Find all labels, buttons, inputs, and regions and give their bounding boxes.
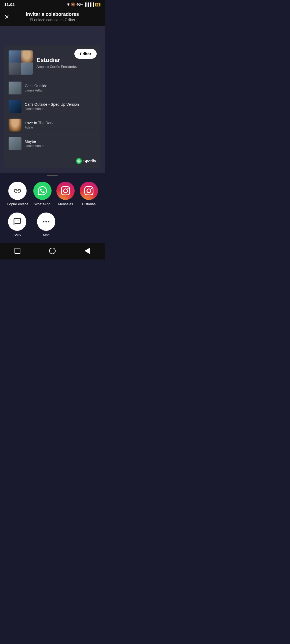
song-title: Car's Outside - Sped Up Version bbox=[25, 102, 96, 107]
copy-link-label: Copiar enlace bbox=[7, 202, 28, 206]
song-artist: James Arthur bbox=[25, 107, 96, 111]
share-item-mas[interactable]: Más bbox=[37, 213, 55, 237]
song-item: Car's Outside - Sped Up Version James Ar… bbox=[8, 97, 97, 116]
mas-label: Más bbox=[43, 233, 50, 237]
drag-handle bbox=[47, 175, 58, 176]
song-thumbnail bbox=[9, 119, 21, 131]
svg-point-4 bbox=[45, 221, 47, 222]
share-item-historias[interactable]: Historias bbox=[80, 182, 98, 206]
whatsapp-label: WhatsApp bbox=[34, 202, 50, 206]
battery-indicator: 83 bbox=[95, 3, 100, 6]
collage-cell-4 bbox=[21, 63, 33, 75]
svg-rect-1 bbox=[17, 221, 18, 221]
sms-icon-circle bbox=[8, 213, 26, 231]
header-title: Invitar a colaboradores bbox=[5, 12, 99, 17]
header-subtitle: El enlace caduca en 7 días bbox=[5, 18, 99, 22]
network-label: 4G+ bbox=[76, 2, 83, 6]
song-thumbnail bbox=[9, 100, 21, 113]
historias-icon-circle bbox=[80, 182, 98, 200]
song-title: Maybe bbox=[25, 139, 96, 144]
main-content: Editar Estudiar Amparo Cortés Fernández … bbox=[0, 26, 105, 173]
song-artist: Adele bbox=[25, 126, 96, 129]
close-button[interactable]: ✕ bbox=[4, 14, 9, 21]
song-details: Maybe James Arthur bbox=[25, 139, 96, 148]
nav-home-button[interactable] bbox=[48, 247, 57, 255]
song-details: Car's Outside - Sped Up Version James Ar… bbox=[25, 102, 96, 111]
share-item-mensajes[interactable]: Mensajes bbox=[56, 182, 75, 206]
song-item: Love In The Dark Adele bbox=[8, 116, 97, 134]
svg-point-3 bbox=[43, 221, 44, 222]
mute-icon: 🔕 bbox=[71, 2, 75, 6]
collage-cell-3 bbox=[9, 63, 21, 75]
song-item: Car's Outside James Arthur bbox=[8, 79, 97, 97]
status-time: 11:02 bbox=[4, 2, 15, 7]
status-bar: 11:02 ✱ 🔕 4G+ ▐▐▐▐ 83 bbox=[0, 0, 105, 8]
signal-icon: ▐▐▐▐ bbox=[84, 2, 94, 6]
svg-rect-0 bbox=[15, 221, 16, 221]
share-sheet: Copiar enlace WhatsApp Mensajes bbox=[0, 173, 105, 243]
nav-square-icon bbox=[15, 248, 20, 254]
playlist-owner: Amparo Cortés Fernández bbox=[37, 65, 96, 69]
spotify-icon bbox=[76, 158, 82, 164]
song-list: Car's Outside James Arthur Car's Outside… bbox=[4, 79, 100, 156]
share-item-sms[interactable]: SMS bbox=[8, 213, 26, 237]
spotify-logo-area: Spotify bbox=[4, 156, 100, 168]
share-item-whatsapp[interactable]: WhatsApp bbox=[33, 182, 52, 206]
historias-label: Historias bbox=[82, 202, 96, 206]
collage-cell-1 bbox=[9, 50, 21, 63]
song-item: Maybe James Arthur bbox=[8, 134, 97, 153]
collage-cell-2 bbox=[21, 50, 33, 63]
song-artist: James Arthur bbox=[25, 89, 96, 92]
song-artist: James Arthur bbox=[25, 144, 96, 148]
song-title: Love In The Dark bbox=[25, 121, 96, 125]
invite-header: ✕ Invitar a colaboradores El enlace cadu… bbox=[0, 8, 105, 26]
more-icon-circle bbox=[37, 213, 55, 231]
spotify-card: Editar Estudiar Amparo Cortés Fernández … bbox=[4, 45, 100, 168]
song-thumbnail bbox=[9, 137, 21, 150]
playlist-collage bbox=[9, 50, 33, 75]
nav-triangle-icon bbox=[85, 248, 90, 254]
song-title: Car's Outside bbox=[25, 84, 96, 88]
song-details: Car's Outside James Arthur bbox=[25, 84, 96, 92]
nav-circle-icon bbox=[49, 248, 56, 254]
edit-button[interactable]: Editar bbox=[74, 49, 97, 59]
share-row-2: SMS Más bbox=[0, 213, 105, 243]
whatsapp-icon-circle bbox=[33, 182, 52, 200]
svg-point-5 bbox=[48, 221, 49, 222]
copy-link-icon-circle bbox=[8, 182, 27, 200]
nav-square-button[interactable] bbox=[13, 247, 22, 255]
nav-bar bbox=[0, 243, 105, 259]
mensajes-label: Mensajes bbox=[58, 202, 73, 206]
spotify-label: Spotify bbox=[84, 159, 96, 163]
status-icons: ✱ 🔕 4G+ ▐▐▐▐ 83 bbox=[67, 2, 100, 6]
song-details: Love In The Dark Adele bbox=[25, 121, 96, 129]
sms-label: SMS bbox=[13, 233, 21, 237]
share-row-1: Copiar enlace WhatsApp Mensajes bbox=[0, 182, 105, 213]
svg-rect-2 bbox=[18, 221, 19, 221]
share-item-copy-link[interactable]: Copiar enlace bbox=[7, 182, 28, 206]
mensajes-icon-circle bbox=[56, 182, 75, 200]
bluetooth-icon: ✱ bbox=[67, 2, 70, 6]
nav-back-button[interactable] bbox=[83, 247, 92, 255]
song-thumbnail bbox=[9, 82, 21, 94]
